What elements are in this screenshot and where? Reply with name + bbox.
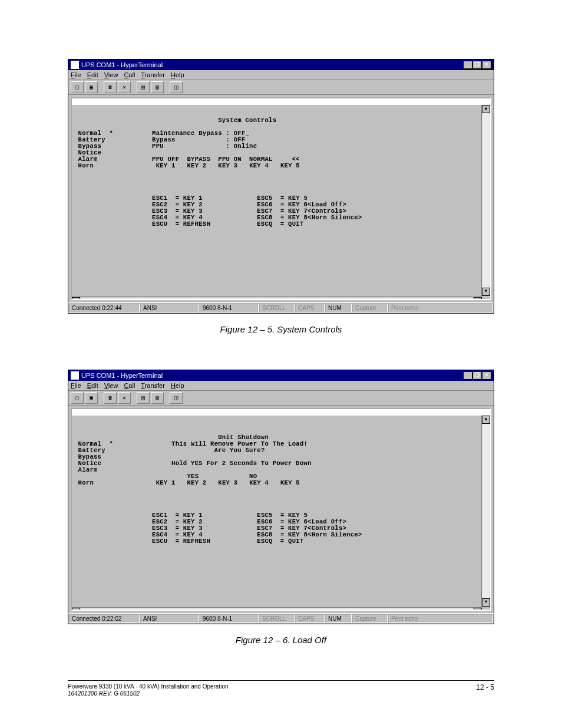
menu-transfer[interactable]: Transfer [141, 71, 165, 78]
status-port: 9600 8-N-1 [200, 614, 259, 623]
status-scroll: SCROLL [259, 304, 295, 312]
toolbar: ▢ ▣ ☎ ✕ ▤ ▥ ◫ [68, 391, 494, 406]
app-icon [71, 371, 79, 380]
status-caps: CAPS [295, 304, 325, 312]
app-icon [71, 61, 79, 69]
maximize-button[interactable]: ❐ [472, 371, 482, 380]
scroll-down-icon[interactable]: ▼ [482, 288, 490, 296]
scroll-thumb[interactable] [482, 113, 490, 288]
status-printecho: Print echo [388, 614, 492, 623]
status-num: NUM [325, 614, 352, 623]
page-footer: Powerware 9330 (10 kVA - 40 kVA) Install… [68, 680, 494, 697]
toolbar-properties-icon[interactable]: ◫ [170, 81, 183, 93]
scroll-left-icon[interactable]: ◀ [72, 608, 80, 611]
titlebar: UPS COM1 - HyperTerminal _ ❐ × [68, 60, 494, 70]
status-printecho: Print echo [388, 304, 492, 312]
status-encoding: ANSI [140, 614, 199, 623]
status-num: NUM [325, 304, 352, 312]
status-capture: Capture [352, 304, 388, 312]
footer-line-2: 164201300 REV. G 061502 [68, 690, 229, 697]
status-encoding: ANSI [140, 304, 199, 312]
toolbar-send-icon[interactable]: ▤ [137, 392, 150, 404]
scroll-left-icon[interactable]: ◀ [72, 297, 80, 301]
toolbar-receive-icon[interactable]: ▥ [151, 392, 164, 404]
scroll-right-icon[interactable]: ▶ [474, 608, 482, 611]
window-title: UPS COM1 - HyperTerminal [81, 61, 163, 68]
hyperterminal-window-2: UPS COM1 - HyperTerminal _ ❐ × File Edit… [68, 370, 494, 624]
toolbar-new-icon[interactable]: ▢ [71, 392, 84, 404]
scroll-track[interactable] [81, 608, 473, 611]
toolbar-connect-icon[interactable]: ☎ [104, 81, 117, 93]
statusbar: Connected 0:22:02 ANSI 9600 8-N-1 SCROLL… [68, 613, 494, 624]
menubar: File Edit View Call Transfer Help [68, 381, 494, 391]
status-caps: CAPS [295, 614, 325, 623]
status-scroll: SCROLL [259, 614, 295, 623]
minimize-button[interactable]: _ [463, 371, 472, 380]
toolbar-open-icon[interactable]: ▣ [85, 81, 98, 93]
menu-transfer[interactable]: Transfer [141, 382, 165, 389]
toolbar-disconnect-icon[interactable]: ✕ [118, 392, 131, 404]
scroll-right-icon[interactable]: ▶ [474, 297, 482, 301]
status-capture: Capture [352, 614, 388, 623]
terminal-content: System Controls Normal * Maintenance Byp… [72, 105, 490, 240]
menu-call[interactable]: Call [124, 71, 135, 78]
statusbar: Connected 0:22:44 ANSI 9600 8-N-1 SCROLL… [68, 302, 494, 313]
toolbar-receive-icon[interactable]: ▥ [151, 81, 164, 93]
toolbar-properties-icon[interactable]: ◫ [170, 392, 183, 404]
minimize-button[interactable]: _ [463, 61, 472, 69]
menu-help[interactable]: Help [171, 71, 184, 78]
document-page: UPS COM1 - HyperTerminal _ ❐ × File Edit… [0, 0, 562, 715]
status-port: 9600 8-N-1 [200, 304, 259, 312]
toolbar: ▢ ▣ ☎ ✕ ▤ ▥ ◫ [68, 80, 494, 95]
terminal-content: Unit Shutdown Normal * This Will Remove … [72, 416, 490, 557]
terminal-area: Unit Shutdown Normal * This Will Remove … [71, 408, 491, 611]
titlebar: UPS COM1 - HyperTerminal _ ❐ × [68, 370, 494, 381]
menubar: File Edit View Call Transfer Help [68, 70, 494, 80]
menu-view[interactable]: View [104, 71, 118, 78]
menu-file[interactable]: File [71, 382, 81, 389]
scroll-thumb[interactable] [482, 424, 490, 598]
toolbar-connect-icon[interactable]: ☎ [104, 392, 117, 404]
toolbar-disconnect-icon[interactable]: ✕ [118, 81, 131, 93]
toolbar-open-icon[interactable]: ▣ [85, 392, 98, 404]
terminal-area: System Controls Normal * Maintenance Byp… [71, 97, 491, 300]
maximize-button[interactable]: ❐ [472, 61, 482, 69]
menu-view[interactable]: View [104, 382, 118, 389]
horizontal-scrollbar[interactable]: ◀ ▶ [72, 607, 482, 611]
page-number: 12 - 5 [476, 683, 494, 691]
toolbar-send-icon[interactable]: ▤ [137, 81, 150, 93]
close-button[interactable]: × [482, 371, 491, 380]
menu-edit[interactable]: Edit [87, 71, 98, 78]
scroll-up-icon[interactable]: ▲ [482, 105, 490, 113]
window-title: UPS COM1 - HyperTerminal [81, 372, 163, 379]
status-time: Connected 0:22:02 [69, 614, 140, 623]
figure-caption-2: Figure 12 – 6. Load Off [68, 635, 494, 645]
scroll-track[interactable] [81, 298, 473, 301]
vertical-scrollbar[interactable]: ▲ ▼ [481, 105, 490, 296]
scroll-down-icon[interactable]: ▼ [482, 598, 490, 607]
hyperterminal-window-1: UPS COM1 - HyperTerminal _ ❐ × File Edit… [68, 59, 494, 314]
menu-edit[interactable]: Edit [87, 382, 98, 389]
scroll-up-icon[interactable]: ▲ [482, 416, 490, 424]
close-button[interactable]: × [482, 61, 491, 69]
status-time: Connected 0:22:44 [69, 304, 140, 312]
horizontal-scrollbar[interactable]: ◀ ▶ [72, 297, 482, 301]
footer-line-1: Powerware 9330 (10 kVA - 40 kVA) Install… [68, 683, 229, 690]
toolbar-new-icon[interactable]: ▢ [71, 81, 84, 93]
menu-call[interactable]: Call [124, 382, 135, 389]
menu-help[interactable]: Help [171, 382, 184, 389]
menu-file[interactable]: File [71, 71, 81, 78]
vertical-scrollbar[interactable]: ▲ ▼ [481, 416, 490, 607]
figure-caption-1: Figure 12 – 5. System Controls [68, 324, 494, 334]
